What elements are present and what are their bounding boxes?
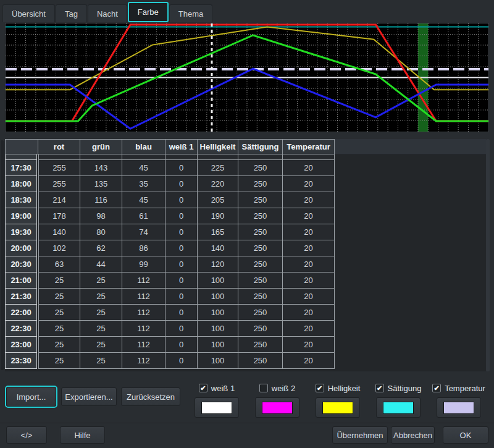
cell[interactable]: 25 xyxy=(38,273,80,289)
row-header-2100[interactable]: 21:00 xyxy=(5,273,37,289)
cell[interactable]: 0 xyxy=(165,289,198,305)
tab-thema[interactable]: Thema xyxy=(169,4,212,22)
cell[interactable]: 220 xyxy=(198,176,238,192)
cell[interactable]: 250 xyxy=(238,353,283,369)
cell[interactable]: 100 xyxy=(198,273,238,289)
cell[interactable]: 20 xyxy=(283,160,335,176)
cell[interactable]: 250 xyxy=(238,192,283,208)
cell[interactable]: 250 xyxy=(238,154,283,160)
cell[interactable]: 25 xyxy=(38,289,80,305)
cell[interactable]: 250 xyxy=(238,240,283,256)
cell[interactable]: 0 xyxy=(165,154,198,160)
cell[interactable]: 86 xyxy=(122,240,165,256)
cell[interactable]: 55 xyxy=(122,154,165,160)
cell[interactable]: 100 xyxy=(198,289,238,305)
cell[interactable]: 20 xyxy=(283,353,335,369)
cell[interactable]: 250 xyxy=(238,321,283,337)
cell[interactable]: 0 xyxy=(165,224,198,240)
checkbox-temperatur[interactable]: ✔ xyxy=(432,384,441,392)
cell[interactable]: 0 xyxy=(165,273,198,289)
export-button[interactable]: Exportieren... xyxy=(61,387,117,406)
cell[interactable]: 25 xyxy=(80,273,122,289)
row-header-1830[interactable]: 18:30 xyxy=(5,192,37,208)
cell[interactable]: 0 xyxy=(165,160,198,176)
row-header-1800[interactable]: 18:00 xyxy=(5,176,37,192)
ok-button[interactable]: OK xyxy=(443,426,488,444)
tab-nacht[interactable]: Nacht xyxy=(88,4,127,22)
help-button[interactable]: Hilfe xyxy=(60,426,105,444)
cell[interactable]: 63 xyxy=(38,256,80,273)
cell[interactable]: 0 xyxy=(165,337,198,353)
checkbox-helligkeit[interactable]: ✔ xyxy=(316,384,324,392)
cell[interactable]: 250 xyxy=(238,289,283,305)
corner-header[interactable] xyxy=(5,139,38,154)
cell[interactable]: 250 xyxy=(238,305,283,321)
color-picker-button-s-ttigung[interactable] xyxy=(376,397,421,418)
cell[interactable]: 100 xyxy=(198,353,238,369)
cell[interactable]: 250 xyxy=(238,337,283,353)
cell[interactable]: 230 xyxy=(198,154,238,160)
row-header-1730[interactable]: 17:30 xyxy=(5,160,37,176)
cell[interactable]: 135 xyxy=(80,176,122,192)
column-header-gr-n[interactable]: grün xyxy=(80,139,122,154)
row-header-2330[interactable]: 23:30 xyxy=(5,353,37,369)
cell[interactable]: 205 xyxy=(198,192,238,208)
cell[interactable]: 20 xyxy=(283,154,335,160)
cell[interactable]: 20 xyxy=(283,305,335,321)
cell[interactable]: 61 xyxy=(122,208,165,224)
cell[interactable]: 0 xyxy=(165,321,198,337)
cell[interactable]: 178 xyxy=(38,208,80,224)
cell[interactable]: 0 xyxy=(165,353,198,369)
checkbox-s-ttigung[interactable]: ✔ xyxy=(375,384,384,392)
cell[interactable]: 25 xyxy=(80,321,122,337)
column-header-blau[interactable]: blau xyxy=(122,139,165,154)
cell[interactable]: 250 xyxy=(238,176,283,192)
color-picker-button-helligkeit[interactable] xyxy=(316,397,360,418)
cell[interactable]: 255 xyxy=(38,176,80,192)
cell[interactable]: 112 xyxy=(122,337,165,353)
curve-rot[interactable] xyxy=(6,25,488,121)
cell[interactable]: 62 xyxy=(80,240,122,256)
checkbox-wei-1[interactable]: ✔ xyxy=(199,384,207,392)
cell[interactable]: 165 xyxy=(198,224,238,240)
row-header-2200[interactable]: 22:00 xyxy=(5,305,37,321)
cell[interactable]: 100 xyxy=(198,337,238,353)
cell[interactable]: 25 xyxy=(80,289,122,305)
cell[interactable]: 214 xyxy=(38,192,80,208)
cell[interactable]: 0 xyxy=(165,305,198,321)
cell[interactable]: 100 xyxy=(198,321,238,337)
cell[interactable]: 151 xyxy=(80,154,122,160)
cell[interactable]: 0 xyxy=(165,240,198,256)
color-curve-chart[interactable] xyxy=(5,23,489,132)
cell[interactable]: 116 xyxy=(80,192,122,208)
cell[interactable]: 20 xyxy=(283,192,335,208)
row-header-2000[interactable]: 20:00 xyxy=(5,240,37,256)
cell[interactable]: 250 xyxy=(238,224,283,240)
cell[interactable]: 80 xyxy=(80,224,122,240)
cell[interactable]: 250 xyxy=(238,160,283,176)
schedule-table[interactable]: rotgrünblauweiß 1HelligkeitSättigungTemp… xyxy=(5,139,486,371)
cell[interactable]: 112 xyxy=(122,289,165,305)
cell[interactable]: 112 xyxy=(122,305,165,321)
row-header-1700[interactable]: 17:00 xyxy=(5,154,37,160)
import-button[interactable]: Import... xyxy=(6,387,56,407)
cell[interactable]: 20 xyxy=(283,240,335,256)
column-header-wei-1[interactable]: weiß 1 xyxy=(165,139,198,154)
cell[interactable]: 112 xyxy=(122,273,165,289)
cell[interactable]: 45 xyxy=(122,192,165,208)
cell[interactable]: 20 xyxy=(283,337,335,353)
cell[interactable]: 120 xyxy=(198,256,238,273)
cell[interactable]: 20 xyxy=(283,176,335,192)
cell[interactable]: 255 xyxy=(38,160,80,176)
cell[interactable]: 20 xyxy=(283,273,335,289)
column-header-helligkeit[interactable]: Helligkeit xyxy=(198,139,238,154)
cell[interactable]: 0 xyxy=(165,256,198,273)
table-scrollbar-right[interactable] xyxy=(486,139,490,371)
cell[interactable]: 44 xyxy=(80,256,122,273)
cell[interactable]: 112 xyxy=(122,321,165,337)
row-header-2300[interactable]: 23:00 xyxy=(5,337,37,353)
column-header-temperatur[interactable]: Temperatur xyxy=(283,139,335,154)
apply-button[interactable]: Übernehmen xyxy=(332,426,388,444)
cell[interactable]: 250 xyxy=(238,273,283,289)
row-header-1900[interactable]: 19:00 xyxy=(5,208,37,224)
